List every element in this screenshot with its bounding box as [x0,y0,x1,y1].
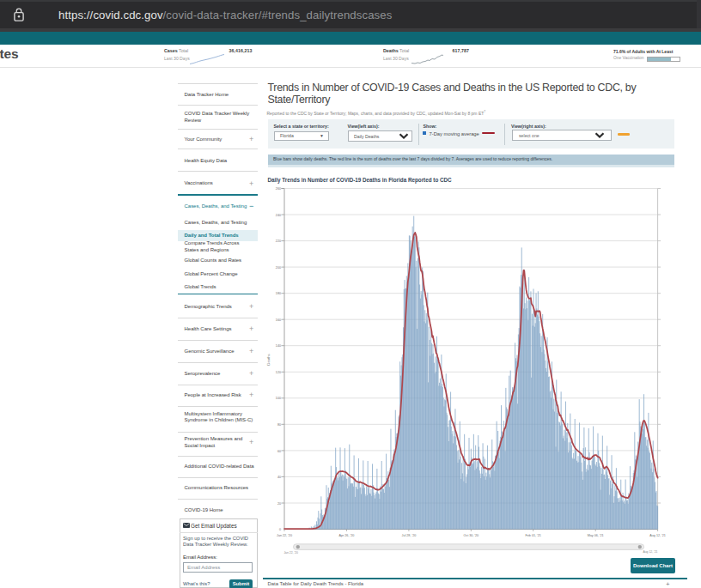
svg-text:Jan 22, '20: Jan 22, '20 [283,551,298,555]
svg-text:80: 80 [277,423,281,427]
svg-text:100: 100 [276,397,281,400]
svg-text:Aug 12, '21: Aug 12, '21 [649,534,666,537]
svg-text:120: 120 [276,371,281,374]
svg-text:Jan 22, '20: Jan 22, '20 [277,534,292,537]
svg-text:220: 220 [276,239,281,243]
svg-text:Deaths: Deaths [266,354,271,365]
svg-text:Jul 28, '20: Jul 28, '20 [402,534,417,537]
svg-text:Feb 01, '21: Feb 01, '21 [526,534,541,537]
svg-text:60: 60 [277,450,281,453]
svg-text:Apr 26, '20: Apr 26, '20 [339,534,355,537]
svg-text:Oct 30, '20: Oct 30, '20 [463,534,479,537]
svg-text:Aug 12, '21: Aug 12, '21 [643,550,657,554]
svg-text:240: 240 [276,214,281,217]
svg-text:20: 20 [277,502,281,506]
svg-text:260: 260 [276,187,281,191]
svg-text:180: 180 [276,292,281,295]
svg-text:200: 200 [276,266,281,270]
svg-text:0: 0 [279,528,281,531]
svg-text:40: 40 [277,476,281,479]
svg-text:May 06, '21: May 06, '21 [588,534,604,537]
svg-text:160: 160 [276,318,281,322]
svg-text:140: 140 [276,344,281,348]
